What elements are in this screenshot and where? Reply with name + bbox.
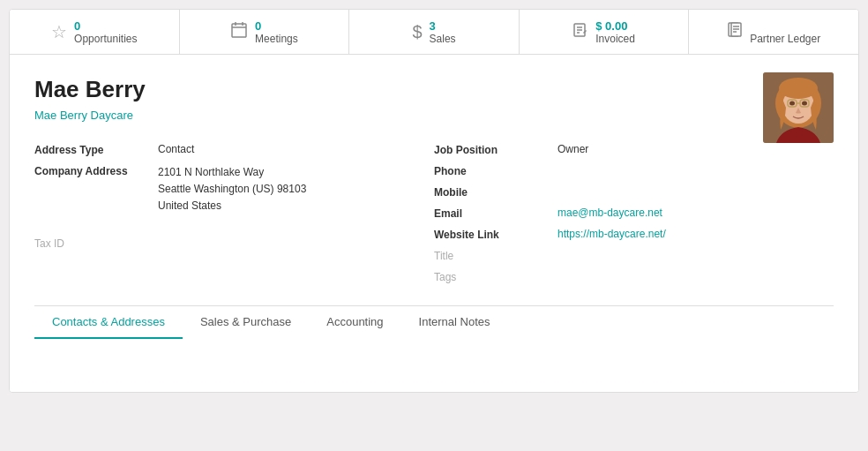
meetings-count: 0 <box>255 19 298 33</box>
invoiced-label: Invoiced <box>595 33 635 45</box>
tab-content-area <box>10 339 858 392</box>
fields-left: Address Type Contact Company Address 210… <box>34 139 434 288</box>
calendar-icon <box>230 21 248 43</box>
tabs-bar: Contacts & Addresses Sales & Purchase Ac… <box>34 305 834 339</box>
field-website: Website Link https://mb-daycare.net/ <box>434 224 834 245</box>
tab-accounting[interactable]: Accounting <box>309 306 400 339</box>
stat-invoiced[interactable]: $ 0.00 Invoiced <box>520 10 690 54</box>
sales-dollar-icon: $ <box>412 22 422 42</box>
field-title: Title <box>434 245 834 267</box>
edit-icon <box>572 22 588 42</box>
contact-name: Mae Berry <box>34 76 834 103</box>
field-mobile: Mobile <box>434 182 834 203</box>
svg-point-17 <box>789 101 795 106</box>
contact-detail: Mae Berry Mae Berry Daycare Address Type… <box>10 55 858 339</box>
partner-ledger-label: Partner Ledger <box>750 33 820 45</box>
stat-opportunities[interactable]: ☆ 0 Opportunities <box>10 10 180 54</box>
company-address-label: Company Address <box>34 164 158 177</box>
tags-label: Tags <box>434 270 557 283</box>
invoiced-count: $ 0.00 <box>595 19 635 33</box>
title-label: Title <box>434 249 557 262</box>
address-line-1: 2101 N Northlake Way <box>158 164 434 181</box>
opportunities-label: Opportunities <box>74 33 137 45</box>
stats-bar: ☆ 0 Opportunities 0 Meeting <box>10 10 858 55</box>
stat-meetings[interactable]: 0 Meetings <box>180 10 350 54</box>
opportunities-count: 0 <box>74 19 137 33</box>
job-position-value: Owner <box>557 143 834 155</box>
address-type-value: Contact <box>158 143 434 155</box>
address-line-3: United States <box>158 198 434 214</box>
page-container: ☆ 0 Opportunities 0 Meeting <box>0 0 868 451</box>
mobile-label: Mobile <box>434 185 557 199</box>
star-icon: ☆ <box>51 21 67 42</box>
email-label: Email <box>434 207 557 220</box>
email-value[interactable]: mae@mb-daycare.net <box>557 207 834 219</box>
tab-contacts-addresses[interactable]: Contacts & Addresses <box>34 306 183 339</box>
field-tags: Tags <box>434 267 834 288</box>
tab-internal-notes[interactable]: Internal Notes <box>401 306 508 339</box>
field-address-type: Address Type Contact <box>34 139 434 161</box>
stat-partner-ledger[interactable]: Partner Ledger <box>689 10 858 54</box>
partner-ledger-count <box>750 19 820 33</box>
svg-point-18 <box>802 101 807 106</box>
job-position-label: Job Position <box>434 143 557 156</box>
svg-rect-0 <box>232 24 246 37</box>
stat-sales[interactable]: $ 3 Sales <box>349 10 520 54</box>
field-tax-id: Tax ID <box>34 233 434 254</box>
tax-id-label: Tax ID <box>34 237 158 250</box>
address-line-2: Seattle Washington (US) 98103 <box>158 181 434 198</box>
sales-count: 3 <box>430 19 456 33</box>
tab-sales-purchase[interactable]: Sales & Purchase <box>183 306 309 339</box>
meetings-label: Meetings <box>255 33 298 45</box>
main-card: ☆ 0 Opportunities 0 Meeting <box>9 9 859 393</box>
fields-right: Job Position Owner Phone Mobile Email ma… <box>434 139 834 288</box>
sales-label: Sales <box>430 33 456 45</box>
svg-point-16 <box>779 78 818 99</box>
website-label: Website Link <box>434 228 557 241</box>
ledger-icon <box>727 22 743 42</box>
website-value[interactable]: https://mb-daycare.net/ <box>557 228 834 240</box>
field-email: Email mae@mb-daycare.net <box>434 203 834 224</box>
phone-label: Phone <box>434 164 557 177</box>
company-address-value: 2101 N Northlake Way Seattle Washington … <box>158 164 434 215</box>
avatar <box>763 72 834 143</box>
field-phone: Phone <box>434 161 834 182</box>
address-type-label: Address Type <box>34 143 158 156</box>
field-company-address: Company Address 2101 N Northlake Way Sea… <box>34 161 434 219</box>
fields-grid: Address Type Contact Company Address 210… <box>34 139 834 288</box>
company-link[interactable]: Mae Berry Daycare <box>34 109 133 122</box>
